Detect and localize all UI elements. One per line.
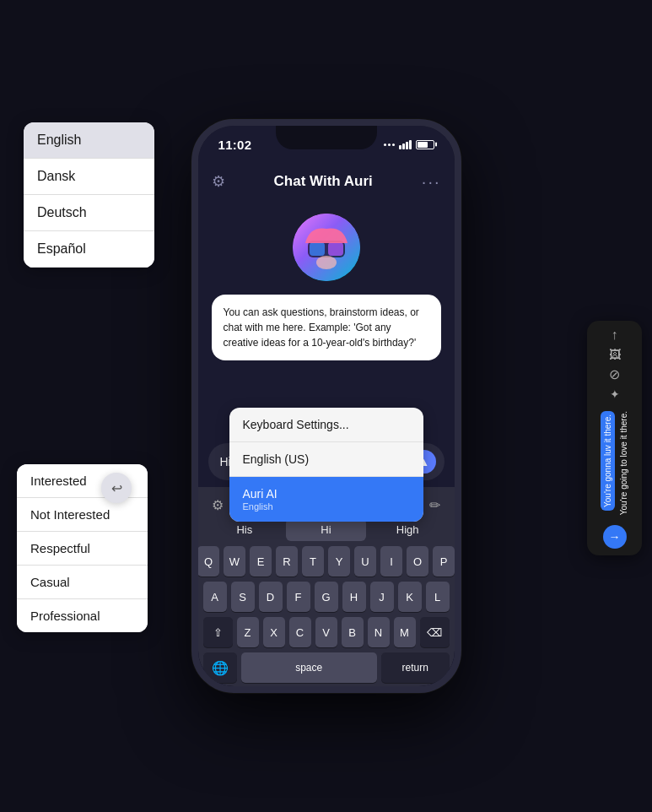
suggestion-his[interactable]: His — [205, 518, 285, 541]
edit-icon[interactable]: ✏ — [426, 495, 444, 515]
key-f[interactable]: F — [287, 582, 310, 612]
right-suggestion-2[interactable]: You're going to love it there. — [618, 411, 629, 515]
key-rows: Q W E R T Y U I O P A S D F G — [202, 546, 451, 683]
key-z[interactable]: Z — [237, 617, 259, 647]
key-h[interactable]: H — [342, 582, 366, 612]
header-title: Chat With Auri — [274, 173, 373, 190]
lang-english[interactable]: English — [24, 122, 154, 159]
key-s[interactable]: S — [231, 582, 255, 612]
key-x[interactable]: X — [263, 617, 285, 647]
suggestions-row: His Hi High — [202, 518, 451, 541]
svg-point-4 — [316, 256, 337, 269]
key-t[interactable]: T — [302, 546, 324, 577]
signal-icon — [384, 143, 395, 146]
key-a[interactable]: A — [203, 582, 227, 612]
battery-icon — [416, 140, 434, 149]
return-key[interactable]: return — [381, 652, 450, 683]
key-b[interactable]: B — [342, 617, 364, 647]
avatar — [293, 214, 360, 281]
wifi-icon — [399, 140, 412, 149]
ac-keyboard-settings[interactable]: Keyboard Settings... — [229, 408, 423, 442]
key-row-4: 🌐 space return — [203, 652, 450, 683]
key-q[interactable]: Q — [198, 546, 220, 577]
keyboard-settings-icon[interactable]: ⚙ — [208, 495, 227, 515]
key-o[interactable]: O — [407, 546, 428, 577]
right-suggestions-panel: ↑ 🖼 ⊘ ✦ You're gonna luv it there. You'r… — [587, 321, 642, 555]
ac-english-us-label: English (US) — [243, 452, 410, 466]
back-arrow[interactable]: ↩ — [101, 473, 132, 503]
phone-notch — [276, 126, 377, 149]
ac-english-us[interactable]: English (US) — [229, 442, 423, 477]
ac-keyboard-settings-label: Keyboard Settings... — [243, 418, 410, 431]
key-n[interactable]: N — [368, 617, 390, 647]
key-c[interactable]: C — [289, 617, 311, 647]
tone-respectful[interactable]: Respectful — [17, 532, 148, 566]
svg-rect-2 — [310, 242, 325, 256]
key-row-1: Q W E R T Y U I O P — [203, 546, 450, 577]
chat-area: You can ask questions, brainstorm ideas,… — [198, 200, 455, 440]
backspace-key[interactable]: ⌫ — [420, 617, 450, 647]
key-y[interactable]: Y — [328, 546, 350, 577]
status-time: 11:02 — [218, 138, 252, 152]
key-l[interactable]: L — [426, 582, 450, 612]
key-m[interactable]: M — [394, 617, 416, 647]
language-panel: English Dansk Deutsch Español EN — [24, 122, 154, 268]
phone-inner: 11:02 ⚙ Chat With Auri ··· — [198, 126, 455, 686]
key-w[interactable]: W — [224, 546, 245, 577]
lang-espanol[interactable]: Español — [24, 231, 154, 268]
key-i[interactable]: I — [380, 546, 402, 577]
right-suggestion-1[interactable]: You're gonna luv it there. — [601, 411, 615, 511]
lang-dansk[interactable]: Dansk — [24, 159, 154, 195]
right-icon-circle[interactable]: ⊘ — [609, 366, 620, 382]
key-r[interactable]: R — [276, 546, 298, 577]
key-j[interactable]: J — [370, 582, 394, 612]
key-k[interactable]: K — [398, 582, 422, 612]
chat-header: ⚙ Chat With Auri ··· — [198, 163, 455, 200]
key-row-3: ⇧ Z X C V B N M ⌫ — [203, 617, 450, 647]
right-send-button[interactable]: → — [603, 525, 627, 549]
chat-bubble-text: You can ask questions, brainstorm ideas,… — [224, 306, 419, 349]
lang-deutsch[interactable]: Deutsch — [24, 195, 154, 231]
right-icon-sparkle[interactable]: ✦ — [610, 387, 620, 401]
tone-casual[interactable]: Casual — [17, 566, 148, 599]
shift-key[interactable]: ⇧ — [203, 617, 233, 647]
tone-not-interested[interactable]: Not Interested — [17, 498, 148, 532]
ac-auri-ai-sub: English — [243, 501, 410, 512]
key-u[interactable]: U — [354, 546, 376, 577]
settings-icon[interactable]: ⚙ — [212, 172, 225, 191]
avatar-image — [293, 214, 360, 281]
globe-key[interactable]: 🌐 — [203, 652, 237, 683]
chat-bubble: You can ask questions, brainstorm ideas,… — [212, 295, 441, 360]
ac-auri-ai-label: Auri AI — [243, 487, 410, 501]
key-p[interactable]: P — [433, 546, 455, 577]
phone-frame: 11:02 ⚙ Chat With Auri ··· — [191, 119, 461, 693]
more-options-icon[interactable]: ··· — [422, 172, 441, 192]
ac-auri-ai[interactable]: Auri AI English — [229, 477, 423, 522]
key-d[interactable]: D — [259, 582, 283, 612]
right-icon-img[interactable]: 🖼 — [609, 348, 621, 361]
autocomplete-popup: Keyboard Settings... English (US) Auri A… — [229, 408, 423, 522]
key-g[interactable]: G — [315, 582, 338, 612]
space-key[interactable]: space — [241, 652, 377, 683]
tone-professional[interactable]: Professional — [17, 599, 148, 632]
suggestion-high[interactable]: High — [368, 518, 448, 541]
suggestion-hi[interactable]: Hi — [286, 518, 366, 541]
svg-rect-3 — [328, 242, 343, 256]
key-e[interactable]: E — [250, 546, 272, 577]
key-row-2: A S D F G H J K L — [203, 582, 450, 612]
key-v[interactable]: V — [315, 617, 337, 647]
right-icon-up[interactable]: ↑ — [612, 328, 618, 343]
status-icons — [384, 140, 434, 149]
